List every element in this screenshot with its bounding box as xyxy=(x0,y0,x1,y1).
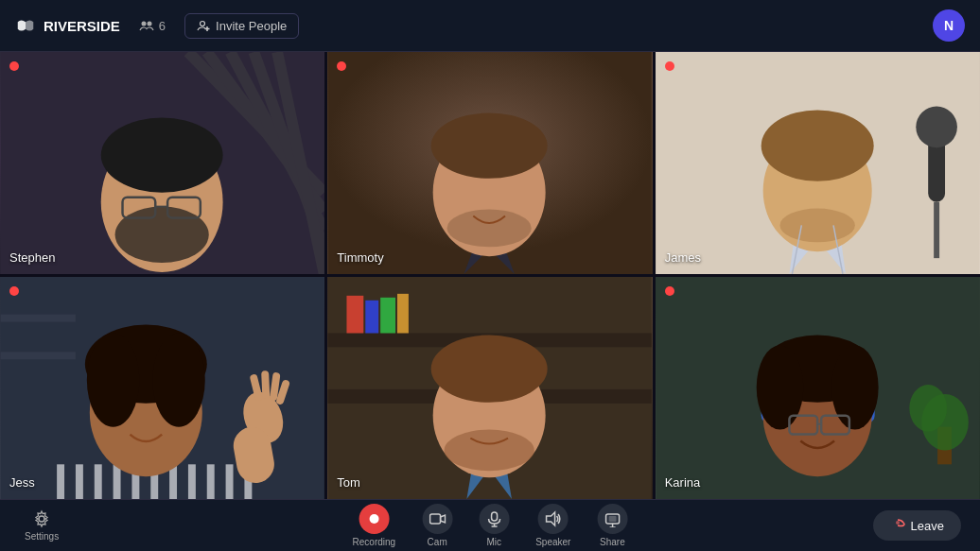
speaker-label: Speaker xyxy=(535,537,570,547)
participants-count: 6 xyxy=(159,19,166,33)
logo: RIVERSIDE xyxy=(15,15,120,36)
invite-button[interactable]: Invite People xyxy=(184,13,299,39)
svg-rect-43 xyxy=(114,464,121,499)
svg-point-33 xyxy=(779,209,854,243)
svg-rect-38 xyxy=(1,352,76,359)
name-label-karina: Karina xyxy=(665,475,701,490)
jess-photo xyxy=(0,277,324,499)
svg-point-23 xyxy=(431,112,548,178)
video-cell-stephen: Stephen xyxy=(0,52,324,274)
svg-rect-97 xyxy=(608,516,616,522)
video-cell-jess: Jess xyxy=(0,277,324,499)
svg-rect-48 xyxy=(207,464,215,499)
svg-rect-66 xyxy=(380,298,395,334)
svg-point-13 xyxy=(101,117,223,192)
stephen-photo xyxy=(0,52,324,274)
leave-icon xyxy=(890,518,905,533)
logo-text: RIVERSIDE xyxy=(44,18,120,34)
svg-marker-93 xyxy=(547,512,555,525)
svg-point-87 xyxy=(39,516,44,522)
svg-rect-28 xyxy=(934,202,939,258)
svg-point-72 xyxy=(445,430,534,472)
name-label-tom: Tom xyxy=(337,475,360,490)
name-label-stephen: Stephen xyxy=(9,250,55,265)
video-grid: Stephen xyxy=(0,52,980,499)
cam-button[interactable]: Cam xyxy=(412,500,462,551)
speaker-icon xyxy=(538,504,569,534)
svg-point-60 xyxy=(152,333,205,426)
recording-dot-stephen xyxy=(9,61,19,71)
share-button[interactable]: Share xyxy=(587,500,637,551)
participants-icon xyxy=(139,18,154,33)
leave-button[interactable]: Leave xyxy=(873,510,961,541)
svg-point-14 xyxy=(115,207,209,263)
svg-point-59 xyxy=(87,333,140,426)
recording-button[interactable]: Recording xyxy=(343,500,406,551)
svg-point-24 xyxy=(447,210,532,248)
settings-label: Settings xyxy=(25,531,59,542)
svg-rect-64 xyxy=(347,296,364,334)
video-cell-karina: Karina xyxy=(656,277,980,499)
svg-point-32 xyxy=(761,110,873,181)
share-label: Share xyxy=(600,537,625,547)
svg-rect-37 xyxy=(1,315,76,322)
leave-label: Leave xyxy=(911,519,944,533)
svg-point-76 xyxy=(909,385,947,432)
name-label-jess: Jess xyxy=(9,475,35,490)
header: RIVERSIDE 6 Invite People N xyxy=(0,0,980,52)
svg-point-1 xyxy=(147,22,151,26)
svg-rect-40 xyxy=(57,464,64,499)
recording-dot-karina xyxy=(665,286,674,296)
name-label-timmoty: Timmoty xyxy=(337,250,383,265)
invite-label: Invite People xyxy=(216,19,287,33)
svg-rect-90 xyxy=(491,512,497,521)
svg-point-83 xyxy=(831,345,879,429)
cam-label: Cam xyxy=(428,537,447,547)
svg-line-54 xyxy=(273,376,276,397)
svg-point-0 xyxy=(141,22,146,26)
settings-button[interactable]: Settings xyxy=(19,506,64,545)
recording-label: Recording xyxy=(353,537,396,547)
svg-rect-65 xyxy=(366,301,379,334)
user-avatar[interactable]: N xyxy=(933,9,965,42)
karina-photo xyxy=(656,277,980,499)
svg-rect-42 xyxy=(95,464,102,499)
controls-bar: Recording Cam Mic xyxy=(343,500,638,551)
tom-photo xyxy=(327,277,652,499)
header-left: RIVERSIDE 6 Invite People xyxy=(15,13,299,39)
participants-badge: 6 xyxy=(139,18,166,33)
svg-rect-47 xyxy=(188,464,196,499)
video-cell-timmoty: Timmoty xyxy=(327,52,652,274)
svg-rect-89 xyxy=(429,514,440,524)
mic-button[interactable]: Mic xyxy=(469,500,518,551)
recording-dot-james xyxy=(665,61,674,71)
svg-rect-67 xyxy=(397,294,409,334)
settings-icon xyxy=(32,509,51,528)
logo-icon xyxy=(15,15,36,36)
video-cell-james: James xyxy=(656,52,980,274)
footer: Settings Recording Cam xyxy=(0,499,980,551)
svg-point-82 xyxy=(756,345,803,429)
svg-rect-41 xyxy=(76,464,83,499)
svg-point-71 xyxy=(431,335,548,402)
svg-rect-49 xyxy=(226,464,234,499)
name-label-james: James xyxy=(665,250,701,265)
svg-point-27 xyxy=(916,107,957,148)
svg-point-2 xyxy=(201,22,205,26)
svg-line-52 xyxy=(254,378,258,397)
mic-icon xyxy=(479,504,509,534)
recording-icon xyxy=(359,504,389,534)
timmoty-photo xyxy=(327,52,652,274)
james-photo xyxy=(656,52,980,274)
speaker-button[interactable]: Speaker xyxy=(526,500,580,551)
mic-label: Mic xyxy=(486,537,501,547)
cam-icon xyxy=(422,504,452,534)
invite-icon xyxy=(197,19,210,32)
recording-dot-jess xyxy=(9,286,19,296)
svg-line-55 xyxy=(280,384,286,401)
svg-line-53 xyxy=(265,374,266,395)
share-icon xyxy=(597,504,627,534)
svg-point-98 xyxy=(896,521,900,525)
video-cell-tom: Tom xyxy=(327,277,652,499)
svg-point-88 xyxy=(369,514,378,524)
